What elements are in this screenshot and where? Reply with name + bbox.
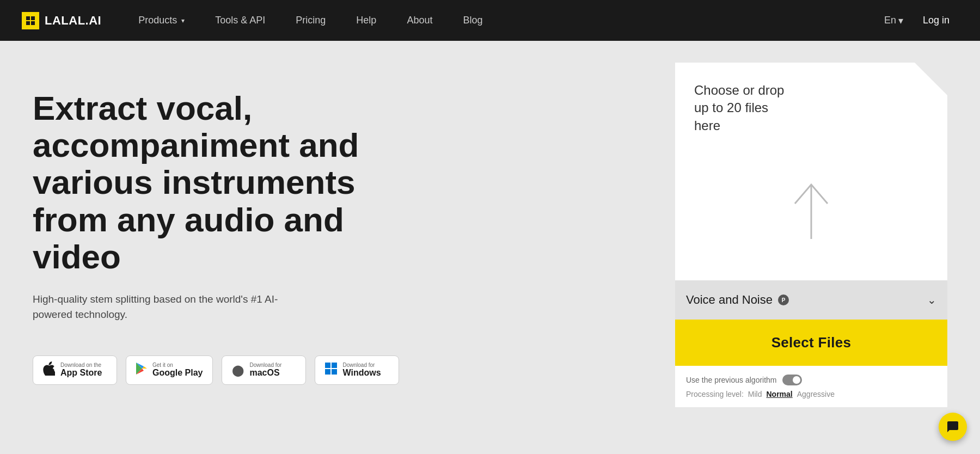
- nav-item-blog[interactable]: Blog: [448, 0, 498, 41]
- bottom-options: Use the previous algorithm Processing le…: [675, 366, 947, 407]
- google-play-icon: [136, 363, 147, 378]
- processing-level-row: Processing level: Mild Normal Aggressive: [686, 390, 936, 398]
- windows-badge[interactable]: Download for Windows: [315, 355, 399, 385]
- stem-label-text: Voice and Noise: [686, 293, 773, 307]
- navbar: LALAL.AI Products ▾ Tools & API Pricing …: [0, 0, 980, 41]
- nav-item-pricing[interactable]: Pricing: [280, 0, 341, 41]
- file-drop-area[interactable]: Choose or drop up to 20 files here: [675, 63, 947, 280]
- right-section: Choose or drop up to 20 files here Voice…: [675, 41, 947, 429]
- upload-icon-area: [694, 151, 928, 261]
- svg-rect-10: [325, 369, 330, 375]
- chevron-down-icon: ▾: [898, 15, 903, 27]
- select-files-button[interactable]: Select Files: [675, 320, 947, 366]
- chevron-down-icon: ▾: [181, 17, 185, 24]
- app-badges: Download on the App Store Get it on Goog…: [33, 355, 642, 385]
- nav-item-help[interactable]: Help: [341, 0, 391, 41]
- nav-item-products[interactable]: Products ▾: [123, 0, 200, 41]
- svg-rect-2: [26, 21, 30, 25]
- app-store-badge[interactable]: Download on the App Store: [33, 355, 117, 385]
- pro-badge: P: [778, 295, 789, 305]
- chat-icon: [946, 420, 959, 433]
- upload-arrow-icon: [787, 168, 836, 244]
- google-play-badge[interactable]: Get it on Google Play: [126, 355, 213, 385]
- chat-button[interactable]: [939, 413, 967, 441]
- macos-icon: ⬤: [232, 364, 244, 377]
- logo-text: LALAL.AI: [45, 14, 101, 28]
- drop-area-text: Choose or drop up to 20 files here: [694, 82, 803, 134]
- windows-text: Download for Windows: [342, 362, 381, 378]
- nav-item-about[interactable]: About: [391, 0, 448, 41]
- google-play-text: Get it on Google Play: [152, 362, 203, 378]
- main-content: Extract vocal, accompaniment and various…: [0, 41, 980, 454]
- windows-icon: [325, 363, 337, 378]
- svg-rect-0: [26, 16, 30, 20]
- processing-normal[interactable]: Normal: [767, 390, 793, 398]
- left-section: Extract vocal, accompaniment and various…: [33, 41, 642, 418]
- svg-rect-1: [31, 16, 35, 20]
- stem-type-dropdown[interactable]: Voice and Noise P ⌄: [675, 280, 947, 320]
- macos-badge[interactable]: ⬤ Download for macOS: [222, 355, 306, 385]
- processing-aggressive[interactable]: Aggressive: [797, 390, 835, 398]
- nav-links: Products ▾ Tools & API Pricing Help Abou…: [123, 0, 884, 41]
- svg-rect-11: [332, 369, 337, 375]
- corner-fold: [915, 63, 947, 95]
- processing-mild[interactable]: Mild: [748, 390, 762, 398]
- hero-title: Extract vocal, accompaniment and various…: [33, 90, 370, 275]
- login-button[interactable]: Log in: [914, 10, 958, 30]
- prev-algo-toggle[interactable]: [782, 375, 802, 385]
- chevron-down-icon: ⌄: [927, 293, 936, 306]
- prev-algo-label: Use the previous algorithm: [686, 376, 777, 384]
- nav-right: En ▾ Log in: [884, 10, 958, 30]
- svg-rect-8: [325, 363, 330, 368]
- prev-algo-row: Use the previous algorithm: [686, 375, 936, 385]
- app-store-text: Download on the App Store: [60, 362, 102, 378]
- nav-item-tools[interactable]: Tools & API: [200, 0, 280, 41]
- apple-icon: [43, 361, 55, 379]
- processing-label: Processing level:: [686, 390, 744, 398]
- svg-rect-3: [31, 21, 35, 25]
- language-selector[interactable]: En ▾: [884, 15, 903, 27]
- logo-icon: [22, 12, 39, 29]
- logo[interactable]: LALAL.AI: [22, 12, 101, 29]
- svg-rect-9: [332, 363, 337, 368]
- hero-subtitle: High-quality stem splitting based on the…: [33, 292, 316, 323]
- macos-text: Download for macOS: [249, 362, 281, 378]
